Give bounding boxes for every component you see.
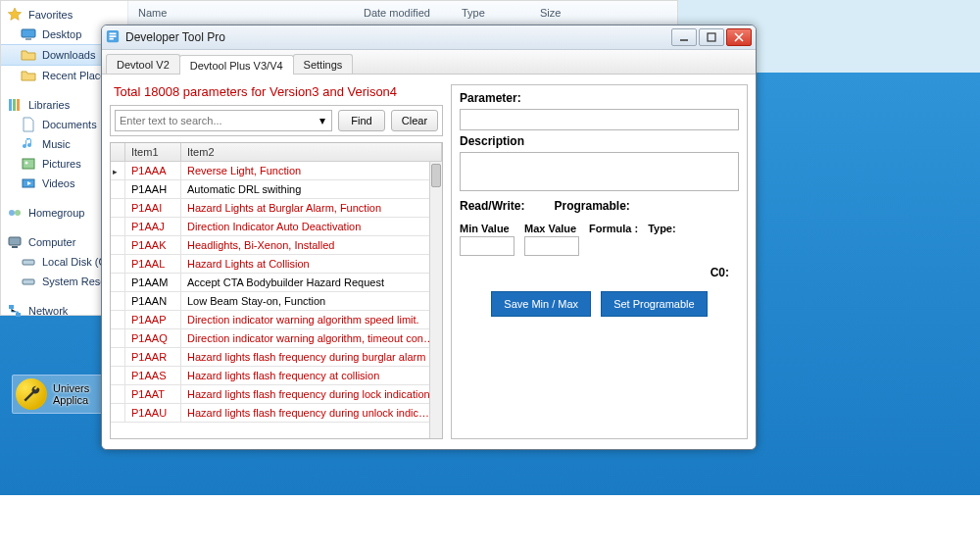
table-row[interactable]: P1AAJDirection Indicator Auto Deactivati… [111, 218, 442, 236]
total-params-label: Total 18008 parameters for Version3 and … [110, 84, 443, 99]
param-label: Parameter: [460, 91, 739, 105]
cell-item2: Hazard lights flash frequency during bur… [181, 348, 442, 366]
sidebar-group-label: Network [28, 305, 68, 317]
max-value-input[interactable] [524, 236, 579, 256]
svg-rect-12 [23, 260, 34, 265]
drive-icon [21, 274, 36, 289]
col-type[interactable]: Type [462, 7, 540, 19]
cell-item2: Hazard Lights at Burglar Alarm, Function [181, 199, 442, 217]
desc-label: Description [460, 134, 739, 148]
table-row[interactable]: P1AAPDirection indicator warning algorit… [111, 311, 442, 329]
desktop-shortcut[interactable]: Univers Applica [12, 375, 108, 414]
star-icon [7, 7, 23, 23]
table-row[interactable]: P1AASHazard lights flash frequency at co… [111, 367, 442, 385]
tab-settings[interactable]: Settings [293, 54, 354, 74]
table-row[interactable]: P1AALHazard Lights at Collision [111, 255, 442, 274]
grid-col-item2[interactable]: Item2 [181, 143, 442, 161]
desc-value-box[interactable] [460, 152, 739, 191]
titlebar[interactable]: Developer Tool Pro [102, 25, 756, 50]
tab-devtool-v2[interactable]: Devtool V2 [106, 54, 180, 74]
param-value-box[interactable] [460, 109, 739, 130]
left-pane: Total 18008 parameters for Version3 and … [110, 84, 443, 439]
find-button[interactable]: Find [338, 110, 385, 131]
svg-point-8 [9, 210, 15, 216]
cell-item2: Hazard Lights at Collision [181, 255, 442, 273]
sidebar-group-label: Computer [28, 236, 75, 248]
col-date[interactable]: Date modified [364, 7, 462, 19]
table-row[interactable]: P1AARHazard lights flash frequency durin… [111, 348, 442, 367]
svg-rect-13 [23, 279, 34, 284]
chevron-down-icon[interactable]: ▾ [314, 113, 331, 128]
cell-item2: Direction indicator warning algorithm sp… [181, 311, 442, 328]
svg-rect-5 [23, 159, 34, 169]
max-label: Max Value [524, 223, 576, 234]
cell-item2: Low Beam Stay-on, Function [181, 292, 442, 310]
table-row[interactable]: P1AAIHazard Lights at Burglar Alarm, Fun… [111, 199, 442, 218]
svg-rect-14 [9, 305, 14, 309]
svg-rect-0 [22, 29, 35, 37]
col-name[interactable]: Name [138, 7, 364, 19]
svg-rect-11 [12, 246, 18, 248]
table-row[interactable]: P1AATHazard lights flash frequency durin… [111, 385, 442, 404]
col-size[interactable]: Size [540, 7, 599, 19]
set-programable-button[interactable]: Set Programable [601, 291, 708, 317]
table-row[interactable]: P1AAHAutomatic DRL swithing [111, 180, 442, 199]
cell-item1: P1AAP [125, 311, 181, 328]
document-icon [21, 117, 36, 132]
sidebar-item-label: Recent Place [42, 70, 106, 81]
sidebar-group-label: Homegroup [28, 207, 84, 219]
row-indicator [111, 199, 125, 217]
row-indicator [111, 348, 125, 366]
search-input-wrap[interactable]: ▾ [115, 110, 332, 131]
table-row[interactable]: P1AAUHazard lights flash frequency durin… [111, 404, 442, 423]
save-minmax-button[interactable]: Save Min / Max [491, 291, 591, 317]
svg-rect-15 [16, 313, 21, 317]
grid-col-item1[interactable]: Item1 [125, 143, 181, 161]
app-body: Total 18008 parameters for Version3 and … [102, 75, 756, 449]
tab-devtool-plus[interactable]: Devtool Plus V3/V4 [179, 55, 294, 75]
sidebar-item-label: Desktop [42, 28, 81, 40]
cell-item1: P1AAS [125, 367, 181, 384]
drive-icon [21, 254, 36, 270]
type-label: Type: [648, 223, 676, 234]
table-row[interactable]: P1AAKHeadlights, Bi-Xenon, Installed [111, 236, 442, 255]
grid-header[interactable]: Item1 Item2 [111, 143, 442, 162]
cell-item2: Direction Indicator Auto Deactivation [181, 218, 442, 235]
sidebar-item-label: System Rese [42, 276, 106, 287]
app-window: Developer Tool Pro Devtool V2 Devtool Pl… [101, 25, 757, 450]
cell-item1: P1AAI [125, 199, 181, 217]
table-row[interactable]: P1AAMAccept CTA Bodybuilder Hazard Reque… [111, 274, 442, 292]
right-pane: Parameter: Description Read/Write: Progr… [451, 84, 748, 439]
shortcut-label: Univers Applica [53, 382, 89, 406]
formula-label: Formula : [589, 223, 638, 234]
libraries-icon [7, 97, 23, 113]
scrollbar-thumb[interactable] [431, 164, 441, 187]
row-indicator [111, 311, 125, 328]
close-button[interactable] [726, 28, 752, 46]
row-indicator [111, 367, 125, 384]
minimize-button[interactable] [671, 28, 697, 46]
folder-icon [21, 47, 36, 63]
row-indicator [111, 404, 125, 422]
svg-point-9 [15, 210, 21, 216]
table-row[interactable]: P1AAAReverse Light, Function [111, 162, 442, 180]
search-input[interactable] [116, 115, 314, 126]
scrollbar[interactable] [429, 162, 442, 438]
sidebar-group-favorites[interactable]: Favorites [1, 5, 127, 25]
cell-item1: P1AAR [125, 348, 181, 366]
row-indicator [111, 218, 125, 235]
svg-rect-10 [9, 237, 21, 245]
cell-item2: Hazard lights flash frequency at collisi… [181, 367, 442, 384]
computer-icon [7, 234, 23, 250]
table-row[interactable]: P1AAQDirection indicator warning algorit… [111, 329, 442, 348]
min-value-input[interactable] [460, 236, 514, 256]
tab-bar: Devtool V2 Devtool Plus V3/V4 Settings [102, 50, 756, 75]
row-indicator [111, 292, 125, 310]
values-row: Min Value Max Value Formula : Type: [460, 223, 739, 256]
svg-rect-18 [708, 33, 715, 41]
row-indicator [111, 274, 125, 291]
maximize-button[interactable] [699, 28, 724, 46]
cell-item2: Reverse Light, Function [181, 162, 442, 179]
clear-button[interactable]: Clear [391, 110, 438, 131]
table-row[interactable]: P1AANLow Beam Stay-on, Function [111, 292, 442, 311]
